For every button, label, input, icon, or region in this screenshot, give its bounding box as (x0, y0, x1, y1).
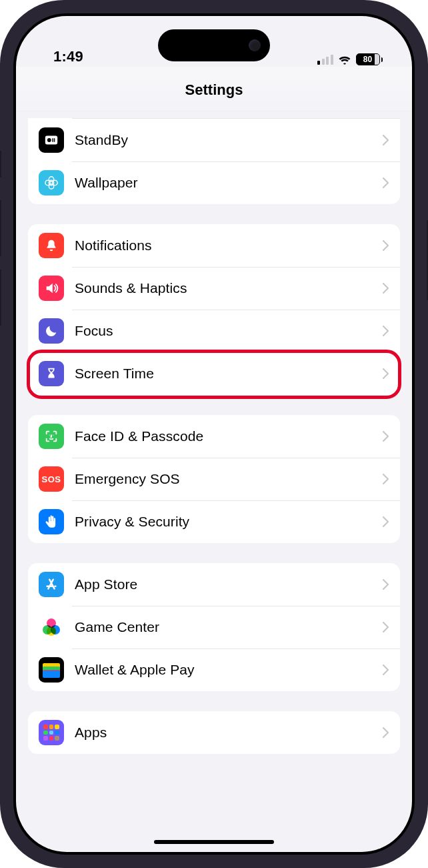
settings-group-display: StandBy Wallpaper (28, 118, 400, 204)
settings-row-sounds[interactable]: Sounds & Haptics (28, 267, 400, 310)
side-button-vol-down (0, 270, 1, 326)
bell-icon (39, 233, 64, 258)
settings-row-privacy[interactable]: Privacy & Security (28, 500, 400, 543)
settings-row-label: App Store (75, 576, 383, 592)
settings-row-label: Notifications (75, 238, 383, 254)
settings-row-notifications[interactable]: Notifications (28, 224, 400, 267)
standby-icon (39, 127, 64, 153)
wallet-icon (39, 657, 64, 683)
settings-row-wallet[interactable]: Wallet & Apple Pay (28, 648, 400, 691)
settings-row-focus[interactable]: Focus (28, 310, 400, 352)
settings-row-label: StandBy (75, 132, 383, 148)
hand-icon (39, 509, 64, 534)
chevron-right-icon (383, 579, 389, 590)
svg-point-1 (47, 138, 51, 142)
phone-bezel: 1:49 80 (13, 13, 415, 855)
settings-row-label: Focus (75, 323, 383, 339)
settings-row-appstore[interactable]: App Store (28, 563, 400, 606)
gamecenter-icon (39, 614, 64, 640)
home-indicator[interactable] (154, 840, 274, 844)
settings-row-label: Wallpaper (75, 175, 383, 191)
page-title: Settings (16, 81, 412, 99)
settings-row-emergency-sos[interactable]: SOS Emergency SOS (28, 458, 400, 500)
settings-row-wallpaper[interactable]: Wallpaper (28, 161, 400, 204)
svg-rect-2 (52, 138, 53, 142)
settings-row-label: Screen Time (75, 366, 383, 382)
chevron-right-icon (383, 283, 389, 294)
settings-row-label: Emergency SOS (75, 471, 383, 487)
svg-rect-3 (54, 138, 55, 142)
side-button-vol-up (0, 200, 1, 256)
settings-row-standby[interactable]: StandBy (28, 119, 400, 161)
chevron-right-icon (383, 474, 389, 484)
sos-icon: SOS (39, 466, 64, 492)
settings-row-label: Privacy & Security (75, 514, 383, 530)
chevron-right-icon (383, 240, 389, 251)
svg-point-10 (53, 435, 53, 436)
settings-row-label: Wallet & Apple Pay (75, 662, 383, 678)
chevron-right-icon (383, 727, 389, 738)
chevron-right-icon (383, 516, 389, 527)
chevron-right-icon (383, 177, 389, 188)
chevron-right-icon (383, 431, 389, 442)
battery-percentage: 80 (363, 55, 372, 64)
phone-frame: 1:49 80 (0, 0, 428, 868)
wifi-icon (337, 54, 352, 65)
battery-indicator: 80 (356, 53, 383, 65)
settings-group-security: Face ID & Passcode SOS Emergency SOS (28, 415, 400, 543)
settings-list[interactable]: StandBy Wallpaper (16, 118, 412, 774)
settings-row-label: Apps (75, 725, 383, 741)
settings-row-faceid[interactable]: Face ID & Passcode (28, 415, 400, 458)
settings-group-notifications: Notifications Sounds & Haptics (28, 224, 400, 395)
settings-group-store: App Store Game Center Wa (28, 563, 400, 691)
svg-rect-0 (45, 136, 57, 145)
svg-point-9 (49, 435, 50, 436)
screen: 1:49 80 (16, 16, 412, 852)
status-time: 1:49 (53, 48, 83, 65)
moon-icon (39, 318, 64, 344)
wallpaper-icon (39, 170, 64, 195)
cellular-signal-icon (317, 54, 333, 65)
settings-row-label: Sounds & Haptics (75, 280, 383, 296)
settings-row-gamecenter[interactable]: Game Center (28, 606, 400, 648)
side-button-silent (0, 151, 1, 177)
settings-group-apps: Apps (28, 711, 400, 754)
chevron-right-icon (383, 665, 389, 675)
chevron-right-icon (383, 326, 389, 336)
settings-row-label: Game Center (75, 619, 383, 635)
nav-bar: Settings (16, 67, 412, 111)
dynamic-island (158, 29, 270, 61)
hourglass-icon (39, 361, 64, 386)
settings-row-apps[interactable]: Apps (28, 711, 400, 754)
chevron-right-icon (383, 622, 389, 632)
apps-grid-icon (39, 720, 64, 745)
chevron-right-icon (383, 368, 389, 379)
speaker-icon (39, 276, 64, 301)
status-indicators: 80 (317, 53, 383, 65)
faceid-icon (39, 424, 64, 449)
settings-row-screen-time[interactable]: Screen Time (28, 352, 400, 395)
settings-row-label: Face ID & Passcode (75, 428, 383, 444)
chevron-right-icon (383, 135, 389, 145)
appstore-icon (39, 572, 64, 597)
